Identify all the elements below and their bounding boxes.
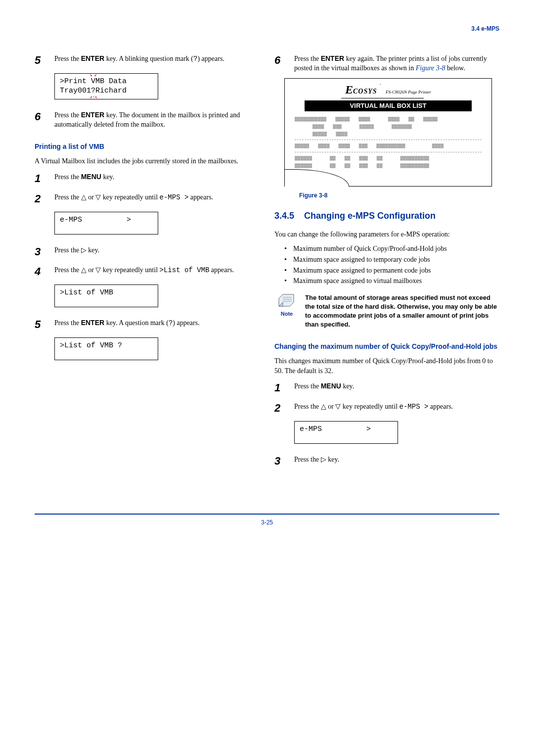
text: Press the <box>54 173 81 181</box>
two-column-layout: 5 Press the ENTER key. A blinking questi… <box>35 53 499 474</box>
step-number: 4 <box>35 264 54 280</box>
text: Press the <box>294 456 321 463</box>
step-4: 4 Press the △ or ▽ key repeatedly until … <box>35 264 260 280</box>
step-number: 6 <box>274 53 294 68</box>
mono-text: e-MPS > <box>160 193 189 201</box>
step-text: Press the MENU key. <box>54 171 114 182</box>
text: key. <box>341 382 354 390</box>
key-name: MENU <box>321 382 341 390</box>
list-item: Maximum space assigned to permanent code… <box>284 266 499 276</box>
step-3: 3 Press the ▷ key. <box>35 244 260 260</box>
blink-arrows-icon: ↗↑↖ <box>89 96 97 98</box>
list-item: Maximum space assigned to virtual mailbo… <box>284 276 499 286</box>
paragraph: A Virtual Mailbox list includes the jobs… <box>35 156 260 166</box>
heading-3-4-5: 3.4.5 Changing e-MPS Configuration <box>274 210 499 222</box>
text: Press the <box>54 193 81 201</box>
figure-caption: Figure 3-8 <box>299 191 499 200</box>
triangle-up-icon: △ <box>81 265 87 275</box>
lcd-display: >List of VMB <box>54 284 158 307</box>
text: key repeatedly until <box>341 403 399 410</box>
note-text: The total amount of storage areas specif… <box>305 293 499 330</box>
step-text: Press the ▷ key. <box>54 244 99 255</box>
step-2c: 2 Press the △ or ▽ key repeatedly until … <box>274 401 499 416</box>
key-name: MENU <box>81 173 101 181</box>
triangle-down-icon: ▽ <box>95 265 101 275</box>
note-icon <box>277 293 297 309</box>
triangle-right-icon: ▷ <box>81 245 87 255</box>
step-1c: 1 Press the MENU key. <box>274 380 499 396</box>
figure-header: ECOSYS. FS-C8026N Page Printer <box>285 79 491 98</box>
triangle-right-icon: ▷ <box>321 455 326 465</box>
text: key. <box>87 246 99 254</box>
lcd-char: ? <box>91 87 95 95</box>
lcd-line2b: Richard <box>95 87 127 95</box>
key-name: ENTER <box>81 54 104 62</box>
step-1: 1 Press the MENU key. <box>35 171 260 187</box>
page-footer: 3-25 <box>35 514 499 527</box>
step-6: 6 Press the ENTER key. The document in t… <box>35 109 260 130</box>
text: key. A blinking question mark ( <box>104 55 193 62</box>
step-number: 6 <box>35 109 54 125</box>
heading-title: Changing e-MPS Configuration <box>304 210 436 222</box>
right-column: 6 Press the ENTER key again. The printer… <box>274 53 499 474</box>
step-text: Press the ENTER key. A blinking question… <box>54 53 224 64</box>
step-text: Press the ▷ key. <box>294 454 339 465</box>
step-number: 2 <box>35 191 54 207</box>
mono-text: >List of VMB <box>160 266 210 274</box>
note-icon-wrap: Note <box>274 293 299 318</box>
step-6-right: 6 Press the ENTER key again. The printer… <box>274 53 499 73</box>
text: appears. <box>209 266 234 274</box>
key-name: ENTER <box>321 54 344 62</box>
text: key. <box>326 456 339 463</box>
step-5b: 5 Press the ENTER key. A question mark (… <box>35 317 260 332</box>
step-number: 2 <box>274 401 294 416</box>
key-name: ENTER <box>81 319 104 327</box>
heading-quick-copy: Changing the maximum number of Quick Cop… <box>274 342 499 352</box>
lcd-display: >List of VMB ? <box>54 337 158 360</box>
step-3c: 3 Press the ▷ key. <box>274 454 499 469</box>
text: or <box>326 403 336 410</box>
text: ) appears. <box>173 319 199 327</box>
text: Press the <box>294 55 321 62</box>
step-text: Press the △ or ▽ key repeatedly until e-… <box>294 401 453 412</box>
figure-content: ▓▓▓▓▓▓▓▓▓▓▓▓▓▓▓▓▓▓▓▓ ▓▓▓▓▓▓▓▓▓▓▓ ▓▓▓▓▓▓▓… <box>285 113 491 171</box>
step-text: Press the ENTER key again. The printer p… <box>294 53 499 73</box>
left-column: 5 Press the ENTER key. A blinking questi… <box>35 53 260 474</box>
text: Press the <box>54 266 81 274</box>
blink-char: ?↗↑↖ <box>91 86 95 96</box>
key-name: ENTER <box>81 111 104 119</box>
note-block: Note The total amount of storage areas s… <box>274 293 499 330</box>
triangle-up-icon: △ <box>81 192 87 202</box>
step-number: 3 <box>35 244 54 260</box>
figure-3-8: ECOSYS. FS-C8026N Page Printer VIRTUAL M… <box>284 78 492 187</box>
lcd-display: e-MPS > <box>54 212 158 235</box>
lcd-display: >Print ↘↙VMB Data Tray001?↗↑↖Richard <box>54 73 158 99</box>
text: Press the <box>294 403 321 410</box>
brand-rest: COSYS <box>353 88 377 95</box>
heading-number: 3.4.5 <box>274 210 294 222</box>
page-header-section: 3.4 e-MPS <box>35 25 499 33</box>
lcd-char: V <box>91 77 95 86</box>
text: key repeatedly until <box>101 266 159 274</box>
list-item: Maximum number of Quick Copy/Proof-and-H… <box>284 244 499 254</box>
text: appears. <box>188 193 213 201</box>
triangle-down-icon: ▽ <box>335 402 341 412</box>
text: Press the <box>54 246 81 254</box>
bullet-list: Maximum number of Quick Copy/Proof-and-H… <box>274 244 499 285</box>
step-text: Press the ENTER key. A question mark (?)… <box>54 317 200 329</box>
page-curl-icon <box>285 169 349 187</box>
step-number: 5 <box>35 53 54 68</box>
text: key repeatedly until <box>101 193 159 201</box>
step-number: 3 <box>274 454 294 469</box>
lcd-line1b: MB Data <box>95 77 127 86</box>
step-text: Press the ENTER key. The document in the… <box>54 109 260 130</box>
step-text: Press the MENU key. <box>294 380 354 391</box>
blink-arrows-icon: ↘↙ <box>89 74 97 76</box>
text: Press the <box>54 111 81 119</box>
lcd-line2a: Tray001 <box>60 87 91 95</box>
lcd-line1a: >Print <box>60 77 91 86</box>
figure-link[interactable]: Figure 3-8 <box>416 64 445 72</box>
text: Press the <box>54 55 81 62</box>
list-item: Maximum space assigned to temporary code… <box>284 255 499 265</box>
text: or <box>87 193 96 201</box>
